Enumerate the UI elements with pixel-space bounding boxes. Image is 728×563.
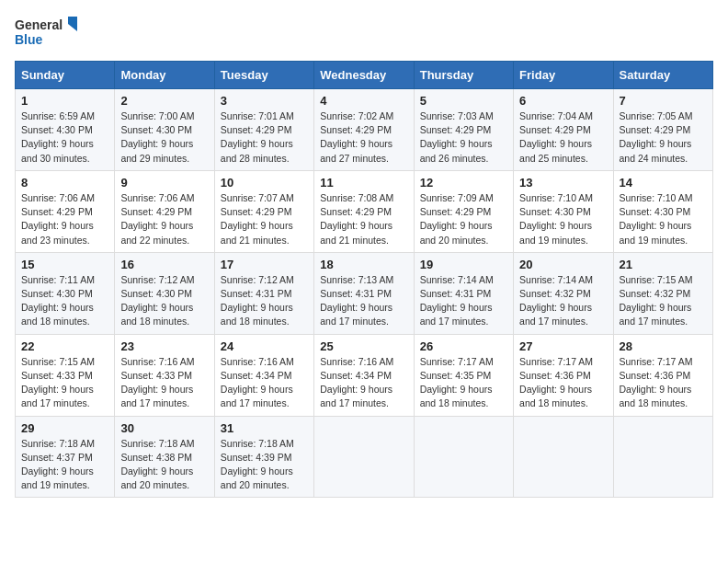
day-number: 24	[221, 339, 308, 353]
day-detail: Sunrise: 7:06 AMSunset: 4:29 PMDaylight:…	[120, 191, 208, 247]
day-cell: 5Sunrise: 7:03 AMSunset: 4:29 PMDaylight…	[414, 89, 513, 171]
day-cell: 26Sunrise: 7:17 AMSunset: 4:35 PMDayligh…	[414, 334, 513, 416]
day-number: 4	[320, 94, 407, 108]
day-number: 6	[519, 94, 607, 108]
day-cell: 13Sunrise: 7:10 AMSunset: 4:30 PMDayligh…	[514, 170, 613, 252]
day-cell: 18Sunrise: 7:13 AMSunset: 4:31 PMDayligh…	[314, 252, 414, 334]
day-detail: Sunrise: 7:18 AMSunset: 4:37 PMDaylight:…	[21, 437, 108, 493]
day-cell: 24Sunrise: 7:16 AMSunset: 4:34 PMDayligh…	[214, 334, 313, 416]
day-detail: Sunrise: 7:17 AMSunset: 4:36 PMDaylight:…	[519, 355, 607, 411]
day-number: 10	[221, 176, 308, 190]
day-detail: Sunrise: 7:16 AMSunset: 4:34 PMDaylight:…	[320, 355, 407, 411]
day-detail: Sunrise: 7:17 AMSunset: 4:35 PMDaylight:…	[420, 355, 507, 411]
day-number: 16	[120, 258, 208, 271]
day-detail: Sunrise: 7:16 AMSunset: 4:34 PMDaylight:…	[221, 355, 308, 411]
day-detail: Sunrise: 7:02 AMSunset: 4:29 PMDaylight:…	[320, 109, 407, 166]
day-detail: Sunrise: 7:13 AMSunset: 4:31 PMDaylight:…	[320, 273, 407, 329]
day-cell: 30Sunrise: 7:18 AMSunset: 4:38 PMDayligh…	[115, 416, 214, 498]
col-header-sunday: Sunday	[16, 62, 115, 89]
col-header-thursday: Thursday	[414, 62, 513, 89]
day-number: 13	[519, 176, 607, 190]
day-cell: 23Sunrise: 7:16 AMSunset: 4:33 PMDayligh…	[115, 334, 214, 416]
day-number: 3	[221, 94, 308, 108]
day-detail: Sunrise: 7:07 AMSunset: 4:29 PMDaylight:…	[221, 191, 308, 247]
logo: General Blue	[15, 15, 79, 50]
day-cell: 29Sunrise: 7:18 AMSunset: 4:37 PMDayligh…	[16, 416, 115, 498]
day-detail: Sunrise: 7:12 AMSunset: 4:31 PMDaylight:…	[221, 273, 308, 329]
col-header-tuesday: Tuesday	[214, 62, 313, 89]
day-detail: Sunrise: 7:15 AMSunset: 4:32 PMDaylight:…	[620, 273, 707, 329]
col-header-wednesday: Wednesday	[314, 62, 414, 89]
logo-svg: General Blue	[15, 15, 79, 50]
day-detail: Sunrise: 7:08 AMSunset: 4:29 PMDaylight:…	[320, 191, 407, 247]
day-detail: Sunrise: 7:16 AMSunset: 4:33 PMDaylight:…	[120, 355, 208, 411]
day-number: 19	[420, 258, 507, 271]
day-cell: 10Sunrise: 7:07 AMSunset: 4:29 PMDayligh…	[214, 170, 313, 252]
day-number: 9	[120, 176, 208, 190]
header-row: SundayMondayTuesdayWednesdayThursdayFrid…	[16, 62, 713, 89]
svg-text:General: General	[15, 17, 63, 32]
day-detail: Sunrise: 7:09 AMSunset: 4:29 PMDaylight:…	[420, 191, 507, 247]
day-number: 5	[420, 94, 507, 108]
day-number: 8	[21, 176, 108, 190]
day-detail: Sunrise: 7:01 AMSunset: 4:29 PMDaylight:…	[221, 109, 308, 166]
week-row-4: 22Sunrise: 7:15 AMSunset: 4:33 PMDayligh…	[16, 334, 713, 416]
day-number: 2	[120, 94, 208, 108]
day-detail: Sunrise: 7:15 AMSunset: 4:33 PMDaylight:…	[21, 355, 108, 411]
day-cell: 19Sunrise: 7:14 AMSunset: 4:31 PMDayligh…	[414, 252, 513, 334]
week-row-2: 8Sunrise: 7:06 AMSunset: 4:29 PMDaylight…	[16, 170, 713, 252]
day-cell: 25Sunrise: 7:16 AMSunset: 4:34 PMDayligh…	[314, 334, 414, 416]
day-number: 27	[519, 339, 607, 353]
day-number: 14	[620, 176, 707, 190]
day-cell: 31Sunrise: 7:18 AMSunset: 4:39 PMDayligh…	[214, 416, 313, 498]
day-number: 21	[620, 258, 707, 271]
day-detail: Sunrise: 6:59 AMSunset: 4:30 PMDaylight:…	[21, 109, 108, 166]
day-number: 1	[21, 94, 108, 108]
day-number: 20	[519, 258, 607, 271]
day-detail: Sunrise: 7:06 AMSunset: 4:29 PMDaylight:…	[21, 191, 108, 247]
day-number: 30	[120, 421, 208, 435]
day-detail: Sunrise: 7:05 AMSunset: 4:29 PMDaylight:…	[620, 109, 707, 166]
day-cell: 2Sunrise: 7:00 AMSunset: 4:30 PMDaylight…	[115, 89, 214, 171]
day-number: 28	[620, 339, 707, 353]
day-detail: Sunrise: 7:04 AMSunset: 4:29 PMDaylight:…	[519, 109, 607, 166]
day-number: 17	[221, 258, 308, 271]
day-detail: Sunrise: 7:14 AMSunset: 4:31 PMDaylight:…	[420, 273, 507, 329]
day-number: 23	[120, 339, 208, 353]
svg-text:Blue: Blue	[15, 32, 43, 47]
day-cell: 6Sunrise: 7:04 AMSunset: 4:29 PMDaylight…	[514, 89, 613, 171]
day-number: 18	[320, 258, 407, 271]
day-cell: 7Sunrise: 7:05 AMSunset: 4:29 PMDaylight…	[613, 89, 712, 171]
day-number: 31	[221, 421, 308, 435]
day-detail: Sunrise: 7:00 AMSunset: 4:30 PMDaylight:…	[120, 109, 208, 166]
day-number: 12	[420, 176, 507, 190]
col-header-monday: Monday	[115, 62, 214, 89]
calendar-table: SundayMondayTuesdayWednesdayThursdayFrid…	[15, 61, 713, 498]
day-cell	[514, 416, 613, 498]
day-cell	[613, 416, 712, 498]
week-row-3: 15Sunrise: 7:11 AMSunset: 4:30 PMDayligh…	[16, 252, 713, 334]
day-detail: Sunrise: 7:12 AMSunset: 4:30 PMDaylight:…	[120, 273, 208, 329]
day-detail: Sunrise: 7:03 AMSunset: 4:29 PMDaylight:…	[420, 109, 507, 166]
day-detail: Sunrise: 7:10 AMSunset: 4:30 PMDaylight:…	[620, 191, 707, 247]
day-detail: Sunrise: 7:11 AMSunset: 4:30 PMDaylight:…	[21, 273, 108, 329]
day-cell: 14Sunrise: 7:10 AMSunset: 4:30 PMDayligh…	[613, 170, 712, 252]
day-number: 11	[320, 176, 407, 190]
day-cell: 20Sunrise: 7:14 AMSunset: 4:32 PMDayligh…	[514, 252, 613, 334]
day-cell: 1Sunrise: 6:59 AMSunset: 4:30 PMDaylight…	[16, 89, 115, 171]
day-number: 26	[420, 339, 507, 353]
day-cell: 4Sunrise: 7:02 AMSunset: 4:29 PMDaylight…	[314, 89, 414, 171]
week-row-1: 1Sunrise: 6:59 AMSunset: 4:30 PMDaylight…	[16, 89, 713, 171]
day-cell: 8Sunrise: 7:06 AMSunset: 4:29 PMDaylight…	[16, 170, 115, 252]
day-number: 7	[620, 94, 707, 108]
day-detail: Sunrise: 7:18 AMSunset: 4:39 PMDaylight:…	[221, 437, 308, 493]
col-header-saturday: Saturday	[613, 62, 712, 89]
day-cell	[314, 416, 414, 498]
day-detail: Sunrise: 7:17 AMSunset: 4:36 PMDaylight:…	[620, 355, 707, 411]
svg-marker-2	[68, 17, 77, 31]
day-cell: 11Sunrise: 7:08 AMSunset: 4:29 PMDayligh…	[314, 170, 414, 252]
day-number: 25	[320, 339, 407, 353]
day-cell: 28Sunrise: 7:17 AMSunset: 4:36 PMDayligh…	[613, 334, 712, 416]
day-cell: 17Sunrise: 7:12 AMSunset: 4:31 PMDayligh…	[214, 252, 313, 334]
week-row-5: 29Sunrise: 7:18 AMSunset: 4:37 PMDayligh…	[16, 416, 713, 498]
